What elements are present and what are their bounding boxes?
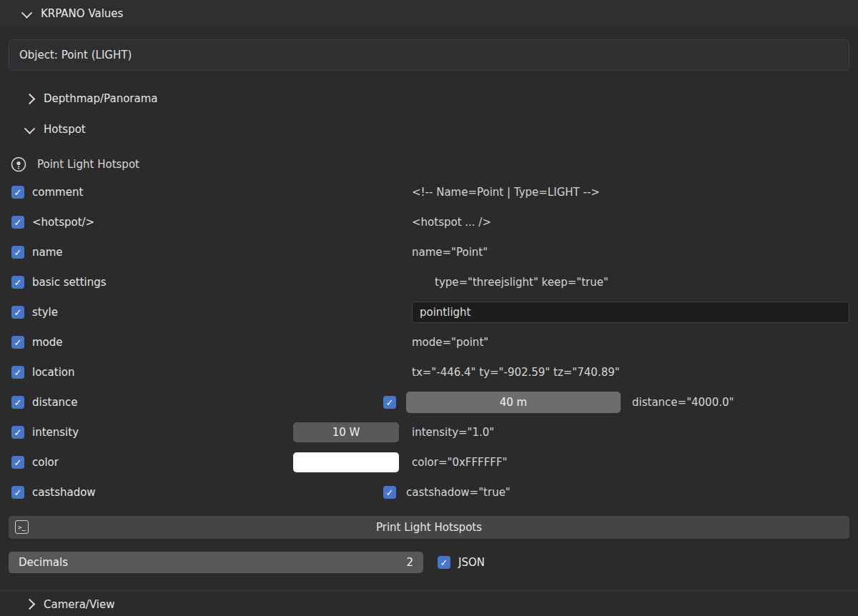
mode-value: mode="point": [412, 336, 488, 349]
comment-checkbox[interactable]: [11, 186, 24, 199]
console-icon: >_: [15, 520, 29, 534]
row-color: color color="0xFFFFFF": [0, 447, 858, 477]
point-light-icon: [10, 156, 27, 173]
section-title-hotspot: Hotspot: [44, 123, 86, 136]
style-checkbox[interactable]: [11, 306, 24, 319]
name-label: name: [32, 246, 63, 259]
hotspot-tag-value: <hotspot ... />: [412, 216, 491, 229]
hotspot-panel-title-row: Point Light Hotspot: [0, 151, 858, 177]
basic-settings-value: type="threejslight" keep="true": [435, 276, 608, 289]
basic-settings-label: basic settings: [32, 276, 107, 289]
chevron-right-icon: [24, 93, 36, 104]
section-header-camera[interactable]: Camera/View: [0, 590, 858, 616]
distance-value: distance="4000.0": [632, 396, 734, 409]
hotspot-tag-checkbox[interactable]: [11, 216, 24, 229]
intensity-label: intensity: [32, 426, 79, 439]
panel-header-krpano-values[interactable]: KRPANO Values: [0, 0, 858, 28]
hotspot-panel-title: Point Light Hotspot: [37, 158, 139, 171]
basic-settings-checkbox[interactable]: [11, 276, 24, 289]
color-value: color="0xFFFFFF": [412, 456, 508, 469]
chevron-down-icon: [21, 7, 33, 19]
style-input[interactable]: [412, 302, 849, 323]
section-title-camera: Camera/View: [44, 598, 115, 611]
name-checkbox[interactable]: [11, 246, 24, 259]
color-checkbox[interactable]: [11, 456, 24, 469]
location-label: location: [32, 366, 75, 379]
distance-slider[interactable]: 40 m: [406, 392, 621, 413]
section-title-depthmap: Depthmap/Panorama: [44, 92, 157, 105]
hotspot-tag-label: <hotspot/>: [32, 216, 94, 229]
color-label: color: [32, 456, 59, 469]
hotspot-rows: comment <!-- Name=Point | Type=LIGHT -->…: [0, 177, 858, 507]
print-light-hotspots-button[interactable]: >_ Print Light Hotspots: [9, 516, 849, 539]
castshadow-label: castshadow: [32, 486, 96, 499]
footer-row: Decimals 2 JSON: [9, 552, 849, 573]
location-value: tx="-446.4" ty="-902.59" tz="740.89": [412, 366, 620, 379]
intensity-field[interactable]: 10 W: [293, 422, 399, 442]
row-hotspot-tag: <hotspot/> <hotspot ... />: [0, 207, 858, 237]
distance-checkbox[interactable]: [11, 396, 24, 409]
row-distance: distance 40 m distance="4000.0": [0, 387, 858, 417]
row-comment: comment <!-- Name=Point | Type=LIGHT -->: [0, 177, 858, 207]
row-name: name name="Point": [0, 237, 858, 267]
decimals-label: Decimals: [19, 556, 68, 569]
mode-label: mode: [32, 336, 63, 349]
panel-title: KRPANO Values: [41, 7, 123, 20]
decimals-value: 2: [406, 556, 413, 569]
distance-label: distance: [32, 396, 78, 409]
mode-checkbox[interactable]: [11, 336, 24, 349]
row-intensity: intensity 10 W intensity="1.0": [0, 417, 858, 447]
object-label-box: Object: Point (LIGHT): [9, 39, 849, 71]
name-value: name="Point": [412, 246, 488, 259]
intensity-checkbox[interactable]: [11, 426, 24, 439]
color-swatch[interactable]: [293, 452, 399, 472]
row-location: location tx="-446.4" ty="-902.59" tz="74…: [0, 357, 858, 387]
json-checkbox[interactable]: [438, 556, 450, 569]
decimals-slider[interactable]: Decimals 2: [9, 552, 423, 573]
section-header-depthmap[interactable]: Depthmap/Panorama: [0, 88, 858, 109]
print-button-label: Print Light Hotspots: [376, 521, 482, 534]
row-mode: mode mode="point": [0, 327, 858, 357]
row-castshadow: castshadow castshadow="true": [0, 477, 858, 507]
distance-enable-checkbox[interactable]: [383, 396, 396, 409]
castshadow-value: castshadow="true": [406, 486, 511, 499]
location-checkbox[interactable]: [11, 366, 24, 379]
row-basic-settings: basic settings type="threejslight" keep=…: [0, 267, 858, 297]
object-label: Object: Point (LIGHT): [19, 49, 132, 61]
comment-value: <!-- Name=Point | Type=LIGHT -->: [412, 186, 600, 199]
chevron-right-icon: [24, 599, 36, 610]
castshadow-enable-checkbox[interactable]: [383, 486, 396, 499]
section-header-hotspot[interactable]: Hotspot: [0, 119, 858, 140]
castshadow-checkbox[interactable]: [11, 486, 24, 499]
chevron-down-icon: [24, 123, 36, 134]
row-style: style: [0, 297, 858, 327]
style-label: style: [32, 306, 58, 319]
json-label: JSON: [458, 556, 485, 569]
comment-label: comment: [32, 186, 83, 199]
intensity-value: intensity="1.0": [412, 426, 494, 439]
